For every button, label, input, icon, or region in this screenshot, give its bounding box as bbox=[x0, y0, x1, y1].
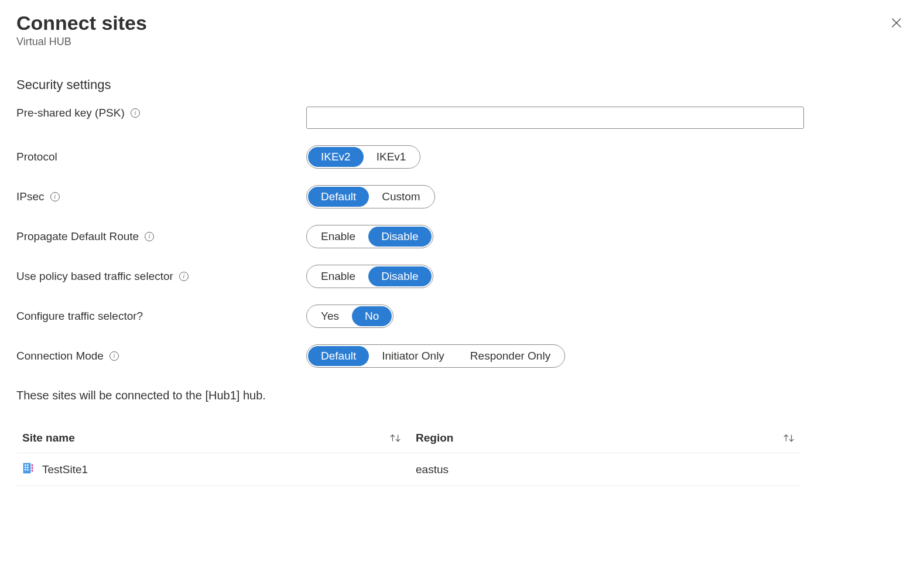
policy-selector-label: Use policy based traffic selector bbox=[16, 270, 173, 283]
connection-mode-toggle: Default Initiator Only Responder Only bbox=[306, 344, 565, 368]
default-route-enable[interactable]: Enable bbox=[308, 227, 368, 247]
info-icon[interactable]: i bbox=[145, 232, 154, 241]
table-header: Site name Region bbox=[16, 423, 801, 453]
close-button[interactable] bbox=[885, 12, 908, 36]
region-cell: eastus bbox=[416, 463, 449, 476]
ipsec-toggle: Default Custom bbox=[306, 185, 435, 208]
sort-icon[interactable] bbox=[389, 433, 402, 443]
panel-header: Connect sites Virtual HUB bbox=[16, 12, 908, 48]
ipsec-label: IPsec bbox=[16, 190, 45, 203]
site-cell: TestSite1 bbox=[22, 461, 88, 477]
info-icon[interactable]: i bbox=[131, 108, 140, 118]
default-route-label-wrap: Propagate Default Route i bbox=[16, 230, 306, 243]
svg-rect-12 bbox=[27, 469, 29, 471]
configure-ts-no[interactable]: No bbox=[352, 306, 392, 326]
policy-selector-label-wrap: Use policy based traffic selector i bbox=[16, 270, 306, 283]
info-icon[interactable]: i bbox=[179, 272, 189, 281]
configure-ts-label-wrap: Configure traffic selector? bbox=[16, 310, 306, 323]
security-settings-heading: Security settings bbox=[16, 77, 908, 93]
svg-rect-9 bbox=[25, 467, 26, 468]
info-icon[interactable]: i bbox=[109, 351, 119, 361]
ipsec-label-wrap: IPsec i bbox=[16, 190, 306, 203]
ipsec-default[interactable]: Default bbox=[308, 187, 369, 207]
protocol-toggle: IKEv2 IKEv1 bbox=[306, 145, 420, 169]
configure-ts-label: Configure traffic selector? bbox=[16, 310, 143, 323]
site-name: TestSite1 bbox=[42, 463, 88, 476]
svg-rect-7 bbox=[25, 464, 26, 466]
col-site-header[interactable]: Site name bbox=[22, 432, 75, 444]
default-route-toggle: Enable Disable bbox=[306, 225, 433, 248]
connection-mode-row: Connection Mode i Default Initiator Only… bbox=[16, 344, 908, 368]
policy-selector-row: Use policy based traffic selector i Enab… bbox=[16, 265, 908, 288]
connection-mode-initiator[interactable]: Initiator Only bbox=[369, 346, 457, 366]
psk-label: Pre-shared key (PSK) bbox=[16, 107, 125, 119]
connection-mode-default[interactable]: Default bbox=[308, 346, 369, 366]
psk-label-wrap: Pre-shared key (PSK) i bbox=[16, 107, 306, 119]
connection-mode-label-wrap: Connection Mode i bbox=[16, 350, 306, 362]
default-route-disable[interactable]: Disable bbox=[368, 227, 431, 247]
protocol-ikev1[interactable]: IKEv1 bbox=[364, 147, 419, 167]
sites-note: These sites will be connected to the [Hu… bbox=[16, 389, 908, 402]
col-region-header[interactable]: Region bbox=[416, 432, 453, 444]
svg-rect-11 bbox=[25, 469, 26, 471]
connection-mode-label: Connection Mode bbox=[16, 350, 104, 362]
psk-input[interactable] bbox=[306, 107, 804, 129]
psk-row: Pre-shared key (PSK) i bbox=[16, 107, 908, 129]
policy-selector-disable[interactable]: Disable bbox=[368, 266, 431, 286]
protocol-row: Protocol IKEv2 IKEv1 bbox=[16, 145, 908, 169]
configure-ts-row: Configure traffic selector? Yes No bbox=[16, 305, 908, 328]
policy-selector-enable[interactable]: Enable bbox=[308, 266, 368, 286]
sites-table: Site name Region bbox=[16, 423, 801, 486]
protocol-label-wrap: Protocol bbox=[16, 151, 306, 163]
default-route-row: Propagate Default Route i Enable Disable bbox=[16, 225, 908, 248]
table-row[interactable]: TestSite1 eastus bbox=[16, 453, 801, 486]
svg-rect-8 bbox=[27, 464, 29, 466]
ipsec-row: IPsec i Default Custom bbox=[16, 185, 908, 208]
title-block: Connect sites Virtual HUB bbox=[16, 12, 147, 48]
panel-title: Connect sites bbox=[16, 12, 147, 35]
panel-subtitle: Virtual HUB bbox=[16, 36, 147, 48]
protocol-label: Protocol bbox=[16, 151, 57, 163]
close-icon bbox=[890, 16, 903, 29]
ipsec-custom[interactable]: Custom bbox=[369, 187, 433, 207]
connection-mode-responder[interactable]: Responder Only bbox=[457, 346, 563, 366]
svg-rect-10 bbox=[27, 467, 29, 468]
info-icon[interactable]: i bbox=[50, 192, 60, 201]
configure-ts-yes[interactable]: Yes bbox=[308, 306, 352, 326]
sort-icon[interactable] bbox=[782, 433, 795, 443]
protocol-ikev2[interactable]: IKEv2 bbox=[308, 147, 364, 167]
building-icon bbox=[22, 461, 35, 477]
policy-selector-toggle: Enable Disable bbox=[306, 265, 433, 288]
default-route-label: Propagate Default Route bbox=[16, 230, 139, 243]
configure-ts-toggle: Yes No bbox=[306, 305, 393, 328]
